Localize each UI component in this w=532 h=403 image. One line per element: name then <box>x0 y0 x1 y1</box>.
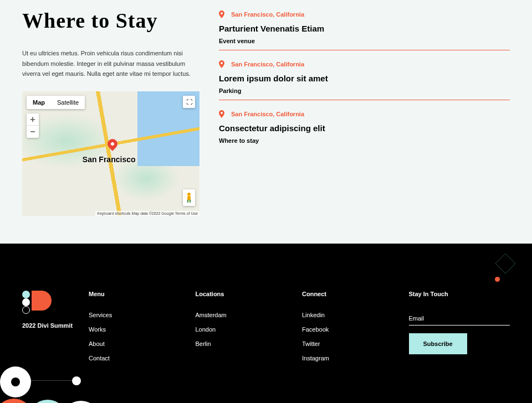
location-city: San Francisco, California <box>231 61 304 68</box>
footer-locations-head: Locations <box>196 291 297 297</box>
footer-link-facebook[interactable]: Facebook <box>302 326 403 333</box>
svg-rect-2 <box>187 200 188 203</box>
map-tab-map[interactable]: Map <box>27 96 51 109</box>
footer-link-instagram[interactable]: Instagram <box>302 355 403 361</box>
footer-link-london[interactable]: London <box>196 326 297 333</box>
map-pin-icon <box>108 139 117 153</box>
map-type-tabs: Map Satellite <box>27 96 85 109</box>
footer-link-linkedin[interactable]: Linkedin <box>302 312 403 318</box>
pegman-icon[interactable] <box>183 189 195 206</box>
map-tab-satellite[interactable]: Satellite <box>51 96 85 109</box>
location-item: San Francisco, California Parturient Ven… <box>219 8 510 50</box>
svg-point-0 <box>187 193 191 196</box>
location-title: Consectetur adipiscing elit <box>219 123 510 133</box>
svg-rect-1 <box>187 196 191 200</box>
pin-icon <box>219 60 224 68</box>
locations-list: San Francisco, California Parturient Ven… <box>219 8 510 216</box>
location-item: San Francisco, California Lorem ipsum do… <box>219 58 510 100</box>
footer: 2022 Divi Summit Menu Services Works Abo… <box>0 244 532 403</box>
footer-decoration <box>0 361 116 403</box>
brand-text: 2022 Divi Summit <box>22 322 83 329</box>
logo <box>22 291 53 316</box>
map-attribution: Keyboard shortcuts Map data ©2022 Google… <box>95 211 200 216</box>
location-subtitle: Where to stay <box>219 137 510 144</box>
email-field[interactable] <box>409 312 510 326</box>
map-roads <box>22 91 200 216</box>
map-zoom-controls: + − <box>27 113 39 138</box>
zoom-out-button[interactable]: − <box>27 126 39 138</box>
page-description: Ut eu ultricies metus. Proin vehicula ri… <box>22 48 194 79</box>
subscribe-button[interactable]: Subscribe <box>409 333 467 354</box>
location-city: San Francisco, California <box>231 11 304 18</box>
zoom-in-button[interactable]: + <box>27 113 39 126</box>
fullscreen-icon[interactable]: ⛶ <box>183 96 195 108</box>
pin-icon <box>219 110 224 118</box>
footer-connect-head: Connect <box>302 291 403 297</box>
footer-touch-head: Stay In Touch <box>409 291 510 297</box>
location-subtitle: Parking <box>219 87 510 94</box>
location-subtitle: Event venue <box>219 38 510 44</box>
location-title: Lorem ipsum dolor sit amet <box>219 74 510 83</box>
location-title: Parturient Venenatis Etiam <box>219 24 510 33</box>
page-title: Where to Stay <box>22 8 200 33</box>
diamond-icon <box>494 252 516 275</box>
dot-icon <box>495 277 500 282</box>
location-city: San Francisco, California <box>231 111 304 117</box>
pin-icon <box>219 11 224 18</box>
location-item: San Francisco, California Consectetur ad… <box>219 108 510 149</box>
footer-menu-head: Menu <box>89 291 190 297</box>
footer-link-berlin[interactable]: Berlin <box>196 340 297 347</box>
map-center-label: San Francisco <box>83 155 136 164</box>
footer-link-works[interactable]: Works <box>89 326 190 333</box>
svg-rect-3 <box>190 200 191 203</box>
footer-link-twitter[interactable]: Twitter <box>302 340 403 347</box>
footer-link-about[interactable]: About <box>89 340 190 347</box>
footer-link-amsterdam[interactable]: Amsterdam <box>196 312 297 318</box>
footer-link-services[interactable]: Services <box>89 312 190 318</box>
map[interactable]: San Francisco Map Satellite ⛶ + − Keyboa… <box>22 91 200 216</box>
